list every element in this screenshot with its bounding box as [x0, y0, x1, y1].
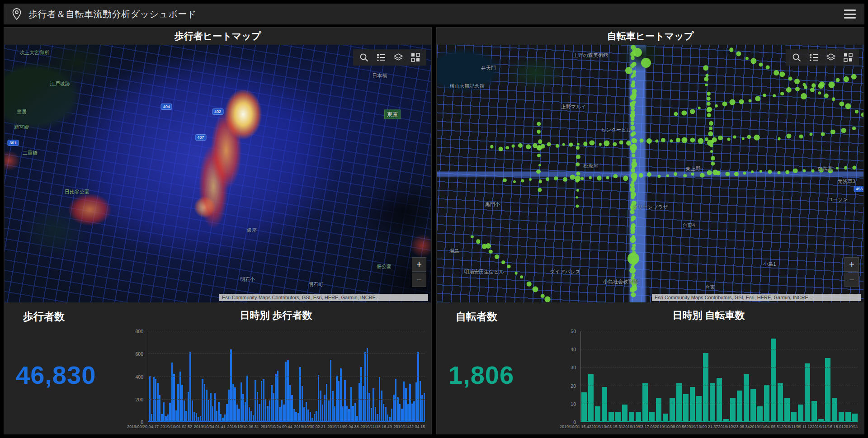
road-shield: 453	[854, 186, 863, 192]
bar	[216, 411, 218, 421]
bar	[417, 352, 419, 421]
bar	[363, 386, 364, 421]
search-icon[interactable]	[792, 53, 801, 62]
bar	[228, 390, 230, 421]
bar	[173, 374, 175, 421]
x-axis-line	[581, 421, 858, 422]
bar	[764, 385, 769, 421]
bar	[289, 385, 291, 421]
pedestrian-heatmap-map[interactable]: 吹上大宮御所江戸城跡皇居新宮殿二重橋日比谷公園日本橋東京銀座明石小明石町佃公園3…	[5, 45, 431, 302]
bar	[196, 413, 198, 421]
map-label: 明治安田生命ビル	[464, 268, 504, 275]
bar	[265, 399, 267, 421]
bar	[275, 374, 277, 421]
legend-icon[interactable]	[809, 53, 818, 62]
hamburger-menu-icon[interactable]	[844, 9, 856, 19]
pedestrian-bottom-section: 歩行者数 46,830 日時別 歩行者数 0200400600800 2019/…	[4, 302, 431, 434]
bar	[334, 406, 336, 421]
bar	[277, 371, 279, 421]
bar	[332, 391, 334, 421]
bar	[409, 384, 411, 421]
bar	[703, 353, 708, 421]
bar	[246, 376, 248, 421]
bar	[737, 391, 742, 421]
x-axis-line	[148, 421, 425, 422]
x-tick-label: 2019/11/04 05:51	[750, 424, 781, 432]
bar	[175, 410, 177, 421]
map-label: 湯島	[449, 248, 459, 254]
zoom-out-button[interactable]: −	[844, 273, 859, 287]
map-label: 東京	[384, 109, 401, 119]
bar	[188, 392, 189, 421]
y-tick-label: 400	[135, 374, 143, 380]
zoom-in-button[interactable]: +	[412, 257, 426, 272]
gridline	[148, 353, 425, 354]
bicycle-bar-chart[interactable]: 01020304050 2019/10/01 15:422019/10/03 1…	[560, 331, 858, 432]
layers-icon[interactable]	[826, 53, 835, 62]
bar	[385, 407, 387, 421]
x-tick-label: 2019/10/10 06:31	[227, 424, 259, 432]
bar	[588, 374, 594, 421]
gridline	[148, 399, 425, 400]
bar	[401, 409, 403, 421]
bicycle-map-title: 自転車ヒートマップ	[437, 28, 864, 45]
pedestrian-bar-chart[interactable]: 0200400600800 2019/09/20 04:172019/10/01…	[127, 331, 425, 432]
bar	[338, 381, 340, 421]
legend-icon[interactable]	[377, 53, 386, 62]
location-pin-icon	[12, 8, 21, 20]
bar	[200, 416, 202, 421]
basemap-gallery-icon[interactable]	[844, 53, 853, 62]
search-icon[interactable]	[359, 53, 368, 62]
bar	[287, 360, 289, 421]
map-label: 皇居	[17, 108, 27, 115]
basemap-gallery-icon[interactable]	[411, 53, 420, 62]
zoom-out-button[interactable]: −	[412, 273, 426, 287]
y-axis: 01020304050	[560, 331, 580, 422]
bar	[224, 414, 226, 421]
x-tick-label: 2019/10/24 09:44	[260, 424, 292, 432]
bar	[845, 412, 851, 421]
bar	[399, 404, 401, 421]
map-label: ダイアパレス	[550, 268, 580, 275]
road-shield: 301	[7, 140, 19, 146]
bar	[283, 405, 285, 421]
bars-container	[581, 331, 858, 421]
bar	[184, 400, 185, 421]
bar	[198, 417, 199, 421]
bicycle-panel: 自転車ヒートマップ 上野の森美術館弁天門横山大観記念館上野マルイセンタービル松坂…	[436, 27, 864, 434]
bar	[328, 400, 330, 421]
map-label: グリーンプラザ	[632, 204, 668, 211]
map-label: 日比谷公園	[65, 188, 90, 195]
bar	[367, 348, 368, 421]
map-label: 台東	[705, 283, 715, 290]
bar	[356, 416, 358, 421]
x-tick-label: 2019/10/23 06:34	[718, 424, 750, 432]
zoom-in-button[interactable]: +	[844, 257, 859, 272]
x-tick-label: 2019/11/18 16:49	[360, 424, 392, 432]
x-tick-label: 2019/10/04 01:41	[194, 424, 226, 432]
x-axis-labels: 2019/09/20 04:172019/10/01 02:522019/10/…	[127, 422, 425, 432]
gridline	[581, 386, 858, 386]
layers-icon[interactable]	[394, 53, 403, 62]
bar	[149, 376, 151, 421]
bar	[696, 396, 702, 421]
bar	[381, 391, 382, 421]
bar	[202, 379, 203, 421]
bicycle-heatmap-map[interactable]: 上野の森美術館弁天門横山大観記念館上野マルイセンタービル松坂屋黒門小湯島明治安田…	[437, 45, 863, 302]
bar	[346, 406, 348, 421]
x-tick-label: 2019/09/20 04:17	[127, 424, 159, 432]
y-tick-label: 600	[135, 351, 143, 357]
bar	[307, 410, 309, 421]
bar	[314, 414, 316, 421]
map-label: 小島社会教育館	[603, 278, 638, 285]
x-tick-label: 2019/10/03 17:06	[623, 424, 655, 432]
map-label: ローソン	[828, 196, 848, 203]
bar	[181, 385, 183, 421]
bar	[293, 409, 295, 421]
map-label: 佃公園	[377, 263, 392, 270]
x-axis-labels: 2019/10/01 15:422019/10/03 15:312019/10/…	[560, 422, 858, 432]
gridline	[581, 367, 858, 367]
dashboard-title: 歩行者＆自転車流動分析ダッシュボード	[28, 8, 197, 20]
bar	[330, 360, 332, 421]
bar	[371, 408, 373, 421]
